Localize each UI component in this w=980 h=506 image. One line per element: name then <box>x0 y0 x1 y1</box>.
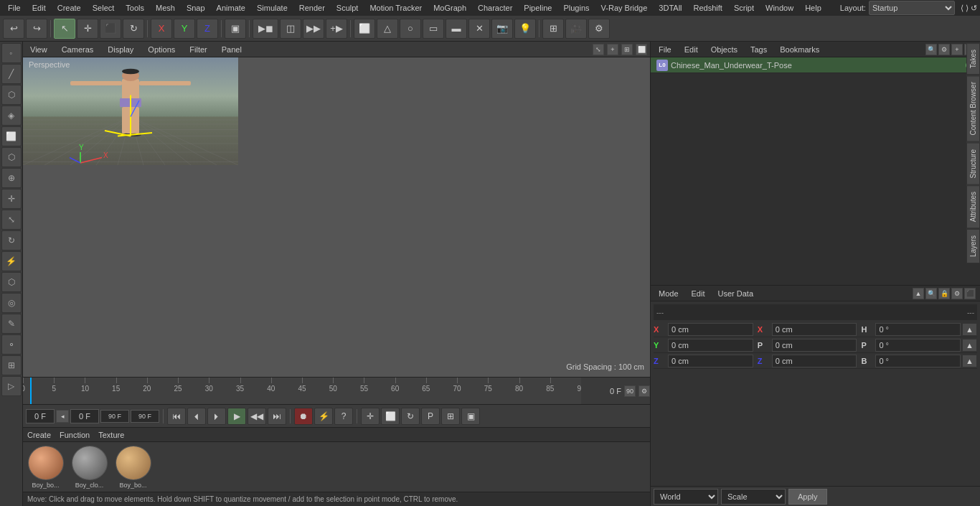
menu-script[interactable]: Script <box>729 2 759 14</box>
material-item-0[interactable]: Boy_bo... <box>26 446 65 489</box>
motion-button[interactable]: ▷ <box>1 376 22 396</box>
menu-plugins[interactable]: Plugins <box>558 2 594 14</box>
attr-expand-icon[interactable]: ⬛ <box>964 288 976 299</box>
menu-3dtall[interactable]: 3DTAll <box>654 2 687 14</box>
lasso-select-button[interactable]: ⬡ <box>1 147 22 167</box>
menu-simulate[interactable]: Simulate <box>252 2 293 14</box>
material-menu-texture[interactable]: Texture <box>98 431 124 439</box>
material-menu-function[interactable]: Function <box>60 431 90 439</box>
layout-dropdown[interactable]: Startup <box>869 1 955 15</box>
transport-current-frame[interactable] <box>70 409 99 423</box>
attr-y-pos[interactable] <box>668 339 753 352</box>
cube-button[interactable]: ⬜ <box>354 19 375 39</box>
menu-select[interactable]: Select <box>88 2 120 14</box>
menu-motion-tracker[interactable]: Motion Tracker <box>364 2 427 14</box>
menu-mesh[interactable]: Mesh <box>151 2 180 14</box>
render-view-button[interactable]: ▶◼ <box>253 19 278 39</box>
undo-button[interactable]: ↩ <box>3 19 24 39</box>
sphere-button[interactable]: ○ <box>400 19 421 39</box>
material-item-1[interactable]: Boy_clo... <box>70 446 109 489</box>
menu-redshift[interactable]: Redshift <box>689 2 727 14</box>
viewport-menu-display[interactable]: Display <box>103 44 138 55</box>
attr-z-pos[interactable] <box>668 355 753 367</box>
render-all-button[interactable]: ▶▶ <box>303 19 324 39</box>
play-reverse-button[interactable]: ◀◀ <box>248 408 266 425</box>
om-menu-file[interactable]: File <box>655 44 675 55</box>
viewport-canvas[interactable]: Y X Perspective Grid Spacing : 100 cm <box>23 57 650 377</box>
tab-takes[interactable]: Takes <box>966 43 980 75</box>
move-obj-button[interactable]: ✛ <box>1 189 22 209</box>
help-button[interactable]: ? <box>334 408 353 425</box>
transport-start-frame[interactable] <box>26 409 55 423</box>
menu-mograph[interactable]: MoGraph <box>428 2 471 14</box>
viewport-menu-options[interactable]: Options <box>143 44 179 55</box>
extrude-button[interactable]: ⬡ <box>1 272 22 292</box>
menu-tools[interactable]: Tools <box>121 2 149 14</box>
step-back-button[interactable]: ⏴ <box>187 408 206 425</box>
menu-snap[interactable]: Snap <box>182 2 210 14</box>
render-region-button[interactable]: ◫ <box>280 19 301 39</box>
material-button[interactable]: ◎ <box>1 293 22 313</box>
move-transport-btn[interactable]: ✛ <box>361 408 380 425</box>
attr-menu-edit[interactable]: Edit <box>688 288 709 299</box>
goto-end-button[interactable]: ⏭ <box>268 408 286 425</box>
object-mode-button[interactable]: ▣ <box>225 19 246 39</box>
rotate-tool-button[interactable]: ↻ <box>123 19 144 39</box>
viewport-corner-btn3[interactable]: ⊞ <box>621 44 633 55</box>
redo-button[interactable]: ↪ <box>26 19 47 39</box>
om-settings-icon[interactable]: ⚙ <box>938 44 950 55</box>
attr-y-rot[interactable] <box>772 339 857 352</box>
edges-mode-button[interactable]: ╱ <box>1 64 22 84</box>
viewport-corner-btn1[interactable]: ⤡ <box>593 44 604 55</box>
rotate-transport-btn[interactable]: ↻ <box>401 408 420 425</box>
menu-vray[interactable]: V-Ray Bridge <box>596 2 653 14</box>
viewport-menu-panel[interactable]: Panel <box>217 44 246 55</box>
menu-sculpt[interactable]: Sculpt <box>331 2 364 14</box>
tab-layers[interactable]: Layers <box>966 229 980 263</box>
om-add-icon[interactable]: + <box>951 44 963 55</box>
scale-obj-button[interactable]: ⤡ <box>1 210 22 230</box>
camera-button[interactable]: 📷 <box>491 19 513 39</box>
material-menu-create[interactable]: Create <box>27 431 51 439</box>
om-menu-objects[interactable]: Objects <box>707 44 741 55</box>
scale-tool-button[interactable]: ⬛ <box>100 19 121 39</box>
attr-b-val[interactable] <box>875 355 961 367</box>
menu-help[interactable]: Help <box>800 2 826 14</box>
attr-menu-userdata[interactable]: User Data <box>715 288 758 299</box>
plane-button[interactable]: ▬ <box>446 19 467 39</box>
scale-dropdown[interactable]: Scale Absolute <box>721 489 786 505</box>
grid-transport-btn[interactable]: ⊞ <box>441 408 460 425</box>
select-tool-button[interactable]: ↖ <box>54 19 75 39</box>
transport-prev-keyframe[interactable]: ◂ <box>56 410 69 423</box>
attr-search-icon[interactable]: 🔍 <box>925 288 937 299</box>
menu-render[interactable]: Render <box>294 2 330 14</box>
paint-button[interactable]: ✎ <box>1 314 22 334</box>
om-menu-bookmarks[interactable]: Bookmarks <box>776 44 823 55</box>
attr-z-rot[interactable] <box>772 355 857 367</box>
knife-button[interactable]: ⚡ <box>1 251 22 271</box>
timeline-area[interactable]: 051015202530354045505560657075808590 0 F… <box>23 377 650 404</box>
attr-menu-mode[interactable]: Mode <box>655 288 682 299</box>
om-menu-edit[interactable]: Edit <box>681 44 702 55</box>
grid-button[interactable]: ⊞ <box>542 19 564 39</box>
polygons-mode-button[interactable]: ⬡ <box>1 85 22 105</box>
menu-pipeline[interactable]: Pipeline <box>519 2 557 14</box>
cone-button[interactable]: △ <box>377 19 398 39</box>
attr-up-icon[interactable]: ▲ <box>913 288 924 299</box>
tab-structure[interactable]: Structure <box>966 143 980 185</box>
attr-lock-icon[interactable]: 🔒 <box>938 288 950 299</box>
points-mode-button[interactable]: ◦ <box>1 43 22 63</box>
step-forward-button[interactable]: ⏵ <box>207 408 226 425</box>
menu-window[interactable]: Window <box>760 2 798 14</box>
om-search-icon[interactable]: 🔍 <box>925 44 937 55</box>
tab-content-browser[interactable]: Content Browser <box>966 75 980 141</box>
rotate-obj-button[interactable]: ↻ <box>1 230 22 250</box>
object-item-0[interactable]: L0 Chinese_Man_Underwear_T-Pose <box>651 57 980 73</box>
timeline-ruler[interactable]: 051015202530354045505560657075808590 <box>23 378 581 405</box>
goto-start-button[interactable]: ⏮ <box>167 408 186 425</box>
menu-file[interactable]: File <box>3 2 26 14</box>
attr-z-arrow[interactable]: ▲ <box>962 355 977 367</box>
attr-h-val[interactable] <box>875 323 961 336</box>
record-button[interactable]: ⏺ <box>294 408 313 425</box>
add-to-render-button[interactable]: +▶ <box>326 19 347 39</box>
